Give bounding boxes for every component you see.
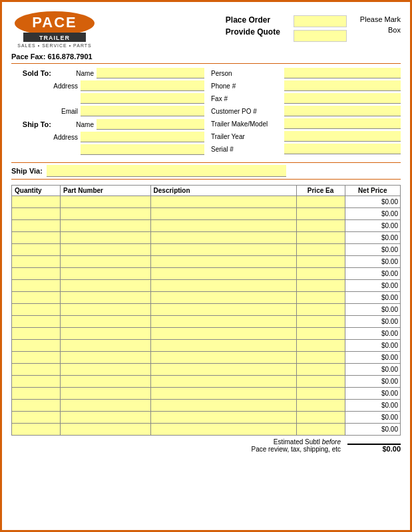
trailer-make-input[interactable] (284, 118, 401, 129)
table-cell-col-qty[interactable] (12, 220, 61, 232)
table-cell-col-price[interactable] (296, 280, 345, 292)
table-cell-col-price[interactable] (296, 388, 345, 400)
table-cell-col-price[interactable] (296, 352, 345, 364)
table-cell-col-desc[interactable] (150, 292, 296, 304)
table-cell-col-qty[interactable] (12, 424, 61, 436)
table-cell-col-desc[interactable] (150, 328, 296, 340)
table-cell-col-part[interactable] (61, 244, 151, 256)
table-cell-col-part[interactable] (61, 196, 151, 208)
table-cell-col-part[interactable] (61, 232, 151, 244)
table-cell-col-qty[interactable] (12, 400, 61, 412)
table-cell-col-part[interactable] (61, 412, 151, 424)
table-cell-col-price[interactable] (296, 256, 345, 268)
table-cell-col-desc[interactable] (150, 196, 296, 208)
table-cell-col-price[interactable] (296, 196, 345, 208)
table-cell-col-part[interactable] (61, 376, 151, 388)
table-cell-col-price[interactable] (296, 412, 345, 424)
trailer-year-row: Trailer Year (211, 131, 401, 142)
sold-to-name-input[interactable] (97, 68, 204, 78)
table-cell-col-desc[interactable] (150, 220, 296, 232)
table-cell-col-price[interactable] (296, 424, 345, 436)
fax-input[interactable] (284, 93, 401, 104)
table-cell-col-part[interactable] (61, 328, 151, 340)
table-cell-col-desc[interactable] (150, 376, 296, 388)
ship-via-input[interactable] (47, 165, 286, 177)
table-cell-col-qty[interactable] (12, 256, 61, 268)
table-cell-col-price[interactable] (296, 244, 345, 256)
table-cell-col-part[interactable] (61, 304, 151, 316)
customer-po-input[interactable] (284, 106, 401, 116)
table-cell-col-desc[interactable] (150, 244, 296, 256)
person-row: Person (211, 68, 401, 78)
table-cell-col-desc[interactable] (150, 280, 296, 292)
table-cell-col-qty[interactable] (12, 268, 61, 280)
table-cell-col-qty[interactable] (12, 196, 61, 208)
table-cell-col-desc[interactable] (150, 268, 296, 280)
table-cell-col-qty[interactable] (12, 340, 61, 352)
table-cell-col-part[interactable] (61, 220, 151, 232)
table-cell-col-desc[interactable] (150, 424, 296, 436)
table-cell-col-part[interactable] (61, 208, 151, 220)
table-cell-col-qty[interactable] (12, 412, 61, 424)
table-cell-col-desc[interactable] (150, 400, 296, 412)
table-cell-col-qty[interactable] (12, 304, 61, 316)
table-cell-col-price[interactable] (296, 364, 345, 376)
ship-to-address-input1[interactable] (81, 132, 204, 142)
address-input1[interactable] (81, 80, 204, 91)
table-cell-col-qty[interactable] (12, 244, 61, 256)
table-cell-col-part[interactable] (61, 280, 151, 292)
table-cell-col-desc[interactable] (150, 208, 296, 220)
address-input2[interactable] (81, 93, 204, 104)
table-cell-col-desc[interactable] (150, 256, 296, 268)
phone-input[interactable] (284, 80, 401, 91)
table-cell-col-part[interactable] (61, 400, 151, 412)
table-cell-col-desc[interactable] (150, 232, 296, 244)
table-cell-col-part[interactable] (61, 256, 151, 268)
table-cell-col-qty[interactable] (12, 316, 61, 328)
ship-to-address-input2[interactable] (81, 144, 204, 155)
table-cell-col-qty[interactable] (12, 388, 61, 400)
email-input[interactable] (81, 106, 204, 116)
table-cell-col-part[interactable] (61, 352, 151, 364)
table-cell-col-price[interactable] (296, 340, 345, 352)
table-cell-col-desc[interactable] (150, 364, 296, 376)
table-cell-col-desc[interactable] (150, 304, 296, 316)
table-cell-col-qty[interactable] (12, 352, 61, 364)
table-cell-col-desc[interactable] (150, 412, 296, 424)
table-cell-col-qty[interactable] (12, 364, 61, 376)
table-cell-col-price[interactable] (296, 208, 345, 220)
trailer-year-input[interactable] (284, 131, 401, 142)
table-cell-col-price[interactable] (296, 220, 345, 232)
ship-to-name-input[interactable] (97, 119, 204, 130)
table-cell-col-desc[interactable] (150, 352, 296, 364)
table-cell-col-qty[interactable] (12, 232, 61, 244)
table-cell-col-price[interactable] (296, 328, 345, 340)
table-cell-col-desc[interactable] (150, 388, 296, 400)
table-cell-col-desc[interactable] (150, 340, 296, 352)
table-cell-col-part[interactable] (61, 316, 151, 328)
table-cell-col-price[interactable] (296, 400, 345, 412)
table-cell-col-part[interactable] (61, 424, 151, 436)
table-cell-col-qty[interactable] (12, 328, 61, 340)
table-cell-col-price[interactable] (296, 316, 345, 328)
address-row1: Address (11, 80, 204, 91)
table-cell-col-qty[interactable] (12, 208, 61, 220)
table-cell-col-qty[interactable] (12, 376, 61, 388)
serial-input[interactable] (284, 144, 401, 154)
table-cell-col-desc[interactable] (150, 316, 296, 328)
table-cell-col-part[interactable] (61, 292, 151, 304)
table-cell-col-price[interactable] (296, 304, 345, 316)
table-cell-col-qty[interactable] (12, 292, 61, 304)
person-input[interactable] (284, 68, 401, 78)
table-cell-col-part[interactable] (61, 388, 151, 400)
place-order-box[interactable] (294, 15, 347, 27)
table-cell-col-part[interactable] (61, 268, 151, 280)
table-cell-col-part[interactable] (61, 364, 151, 376)
table-cell-col-qty[interactable] (12, 280, 61, 292)
table-cell-col-part[interactable] (61, 340, 151, 352)
table-cell-col-price[interactable] (296, 376, 345, 388)
table-cell-col-price[interactable] (296, 292, 345, 304)
table-cell-col-price[interactable] (296, 268, 345, 280)
provide-quote-box[interactable] (294, 30, 347, 42)
table-cell-col-price[interactable] (296, 232, 345, 244)
